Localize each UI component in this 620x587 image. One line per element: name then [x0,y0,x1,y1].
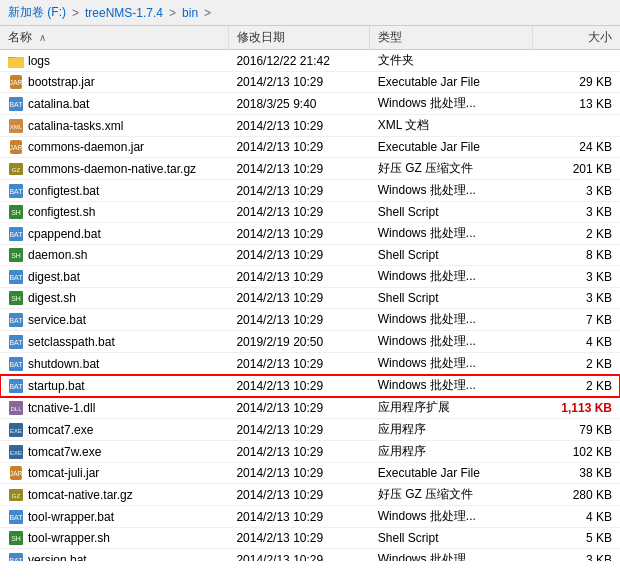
file-type-cell: 好压 GZ 压缩文件 [370,484,533,506]
file-date-cell: 2014/2/13 10:29 [228,288,369,309]
file-date-cell: 2014/2/13 10:29 [228,375,369,397]
file-name-cell: BATsetclasspath.bat [0,331,228,353]
table-row[interactable]: BATcpappend.bat2014/2/13 10:29Windows 批处… [0,223,620,245]
table-row[interactable]: BATsetclasspath.bat2019/2/19 20:50Window… [0,331,620,353]
svg-text:SH: SH [11,209,21,216]
file-size-cell: 13 KB [533,93,620,115]
bat-icon: BAT [8,356,24,372]
bat-icon: BAT [8,509,24,525]
table-row[interactable]: SHtool-wrapper.sh2014/2/13 10:29Shell Sc… [0,528,620,549]
file-date-cell: 2014/2/13 10:29 [228,484,369,506]
file-name-cell: logs [0,50,228,72]
file-type-cell: 应用程序扩展 [370,397,533,419]
col-header-date[interactable]: 修改日期 [228,26,369,50]
table-row[interactable]: EXEtomcat7w.exe2014/2/13 10:29应用程序102 KB [0,441,620,463]
file-type-cell: Shell Script [370,528,533,549]
file-name-text: tool-wrapper.bat [28,510,114,524]
dll-icon: DLL [8,400,24,416]
table-row[interactable]: GZtomcat-native.tar.gz2014/2/13 10:29好压 … [0,484,620,506]
file-name-cell: BATconfigtest.bat [0,180,228,202]
svg-text:BAT: BAT [9,188,23,195]
table-row[interactable]: JARcommons-daemon.jar2014/2/13 10:29Exec… [0,137,620,158]
table-row[interactable]: BATshutdown.bat2014/2/13 10:29Windows 批处… [0,353,620,375]
table-row[interactable]: BATservice.bat2014/2/13 10:29Windows 批处理… [0,309,620,331]
file-name-text: commons-daemon-native.tar.gz [28,162,196,176]
col-header-type[interactable]: 类型 [370,26,533,50]
file-name-text: configtest.sh [28,205,95,219]
file-date-cell: 2014/2/13 10:29 [228,266,369,288]
file-type-cell: Executable Jar File [370,72,533,93]
svg-text:EXE: EXE [10,450,22,456]
file-size-cell: 2 KB [533,375,620,397]
table-row[interactable]: BATdigest.bat2014/2/13 10:29Windows 批处理.… [0,266,620,288]
file-type-cell: 文件夹 [370,50,533,72]
table-row[interactable]: SHdaemon.sh2014/2/13 10:29Shell Script8 … [0,245,620,266]
exe-icon: EXE [8,422,24,438]
file-type-cell: Windows 批处理... [370,353,533,375]
svg-text:BAT: BAT [9,339,23,346]
file-name-text: digest.bat [28,270,80,284]
file-type-cell: 应用程序 [370,419,533,441]
file-name-text: cpappend.bat [28,227,101,241]
col-header-name[interactable]: 名称 ∧ [0,26,228,50]
svg-text:GZ: GZ [12,167,21,173]
table-row[interactable]: EXEtomcat7.exe2014/2/13 10:29应用程序79 KB [0,419,620,441]
file-type-cell: Executable Jar File [370,463,533,484]
file-name-cell: XMLcatalina-tasks.xml [0,115,228,137]
file-size-cell: 4 KB [533,506,620,528]
table-row[interactable]: SHdigest.sh2014/2/13 10:29Shell Script3 … [0,288,620,309]
bat-icon: BAT [8,378,24,394]
file-type-cell: Windows 批处理... [370,549,533,562]
bat-icon: BAT [8,183,24,199]
file-type-cell: 好压 GZ 压缩文件 [370,158,533,180]
file-size-cell: 280 KB [533,484,620,506]
table-row[interactable]: JARbootstrap.jar2014/2/13 10:29Executabl… [0,72,620,93]
table-row[interactable]: BATtool-wrapper.bat2014/2/13 10:29Window… [0,506,620,528]
table-row[interactable]: BATversion.bat2014/2/13 10:29Windows 批处理… [0,549,620,562]
file-type-cell: Windows 批处理... [370,375,533,397]
table-row[interactable]: logs2016/12/22 21:42文件夹 [0,50,620,72]
svg-text:GZ: GZ [12,493,21,499]
table-row[interactable]: JARtomcat-juli.jar2014/2/13 10:29Executa… [0,463,620,484]
file-type-cell: Windows 批处理... [370,223,533,245]
file-name-cell: BATcpappend.bat [0,223,228,245]
folder-label[interactable]: treeNMS-1.7.4 [85,6,163,20]
jar-icon: JAR [8,139,24,155]
file-name-cell: BATtool-wrapper.bat [0,506,228,528]
table-row[interactable]: XMLcatalina-tasks.xml2014/2/13 10:29XML … [0,115,620,137]
file-name-text: tool-wrapper.sh [28,531,110,545]
file-name-text: configtest.bat [28,184,99,198]
svg-text:SH: SH [11,535,21,542]
table-row[interactable]: BATcatalina.bat2018/3/25 9:40Windows 批处理… [0,93,620,115]
svg-text:JAR: JAR [9,79,22,86]
file-date-cell: 2014/2/13 10:29 [228,158,369,180]
file-name-text: daemon.sh [28,248,87,262]
file-type-cell: Windows 批处理... [370,180,533,202]
file-size-cell: 1,113 KB [533,397,620,419]
svg-text:SH: SH [11,252,21,259]
svg-text:BAT: BAT [9,274,23,281]
table-row[interactable]: BATstartup.bat2014/2/13 10:29Windows 批处理… [0,375,620,397]
file-type-cell: Windows 批处理... [370,331,533,353]
file-name-text: tomcat-juli.jar [28,466,99,480]
file-name-text: setclasspath.bat [28,335,115,349]
file-name-cell: JARtomcat-juli.jar [0,463,228,484]
file-size-cell [533,115,620,137]
table-row[interactable]: DLLtcnative-1.dll2014/2/13 10:29应用程序扩展1,… [0,397,620,419]
file-date-cell: 2014/2/13 10:29 [228,245,369,266]
file-name-text: catalina-tasks.xml [28,119,123,133]
drive-label[interactable]: 新加卷 (F:) [8,4,66,21]
col-header-size[interactable]: 大小 [533,26,620,50]
subfolder-label[interactable]: bin [182,6,198,20]
file-size-cell: 5 KB [533,528,620,549]
file-type-cell: Windows 批处理... [370,93,533,115]
file-name-cell: BATcatalina.bat [0,93,228,115]
file-size-cell: 102 KB [533,441,620,463]
table-row[interactable]: GZcommons-daemon-native.tar.gz2014/2/13 … [0,158,620,180]
table-row[interactable]: SHconfigtest.sh2014/2/13 10:29Shell Scri… [0,202,620,223]
table-row[interactable]: BATconfigtest.bat2014/2/13 10:29Windows … [0,180,620,202]
file-date-cell: 2014/2/13 10:29 [228,441,369,463]
svg-text:EXE: EXE [10,428,22,434]
file-name-cell: DLLtcnative-1.dll [0,397,228,419]
file-name-cell: BATdigest.bat [0,266,228,288]
